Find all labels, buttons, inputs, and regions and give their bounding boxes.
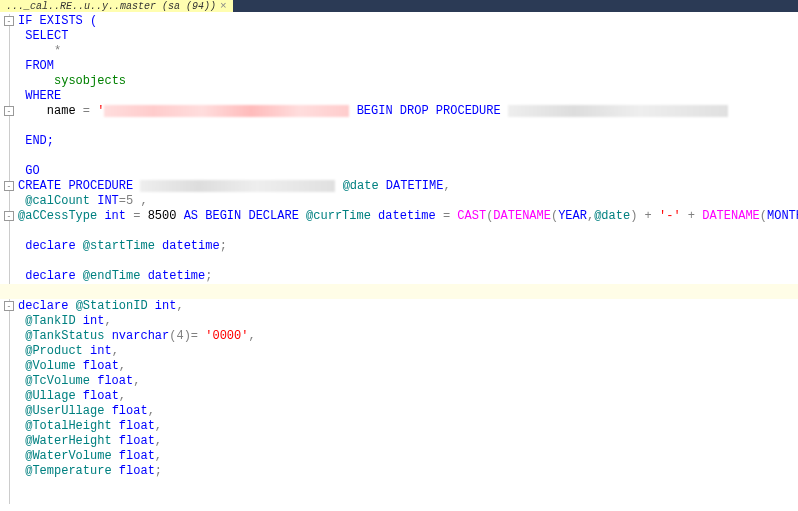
code-line: @Temperature float; xyxy=(0,464,798,479)
code-line: @Volume float, xyxy=(0,359,798,374)
code-line: @TotalHeight float, xyxy=(0,419,798,434)
code-line: END; xyxy=(0,134,798,149)
code-line: @calCount INT=5 , xyxy=(0,194,798,209)
code-editor[interactable]: - IF EXISTS ( SELECT * FROM sysobjects W… xyxy=(0,12,798,481)
code-line: WHERE xyxy=(0,89,798,104)
redacted-text xyxy=(104,105,349,117)
code-line xyxy=(0,149,798,164)
fold-toggle[interactable]: - xyxy=(4,181,14,191)
code-line: @WaterHeight float, xyxy=(0,434,798,449)
code-line: - CREATE PROCEDURE @date DATETIME, xyxy=(0,179,798,194)
close-icon[interactable]: × xyxy=(220,0,227,12)
tab-title: ..._cal..RE..u..y..master (sa (94)) xyxy=(6,1,216,12)
code-line: @Ullage float, xyxy=(0,389,798,404)
code-line: @TankStatus nvarchar(4)= '0000', xyxy=(0,329,798,344)
code-line xyxy=(0,224,798,239)
code-line: declare @endTime datetime; xyxy=(0,269,798,284)
code-line: @Product int, xyxy=(0,344,798,359)
fold-toggle[interactable]: - xyxy=(4,301,14,311)
code-line: @TcVolume float, xyxy=(0,374,798,389)
code-line: declare @startTime datetime; xyxy=(0,239,798,254)
code-line: - declare @StationID int, xyxy=(0,299,798,314)
tab-bar: ..._cal..RE..u..y..master (sa (94)) × xyxy=(0,0,798,12)
code-line xyxy=(0,119,798,134)
code-line-current xyxy=(0,284,798,299)
code-line: @UserUllage float, xyxy=(0,404,798,419)
code-line: - name = ' BEGIN DROP PROCEDURE xyxy=(0,104,798,119)
code-line: - IF EXISTS ( xyxy=(0,14,798,29)
code-line: @TankID int, xyxy=(0,314,798,329)
code-line: SELECT xyxy=(0,29,798,44)
editor-tab[interactable]: ..._cal..RE..u..y..master (sa (94)) × xyxy=(0,0,233,12)
fold-toggle[interactable]: - xyxy=(4,106,14,116)
redacted-text xyxy=(140,180,335,192)
redacted-text xyxy=(508,105,728,117)
code-line: GO xyxy=(0,164,798,179)
code-line: FROM xyxy=(0,59,798,74)
code-line: sysobjects xyxy=(0,74,798,89)
fold-toggle[interactable]: - xyxy=(4,211,14,221)
code-line: @WaterVolume float, xyxy=(0,449,798,464)
fold-toggle[interactable]: - xyxy=(4,16,14,26)
code-line: - @aCCessType int = 8500 AS BEGIN DECLAR… xyxy=(0,209,798,224)
code-line xyxy=(0,254,798,269)
code-line: * xyxy=(0,44,798,59)
